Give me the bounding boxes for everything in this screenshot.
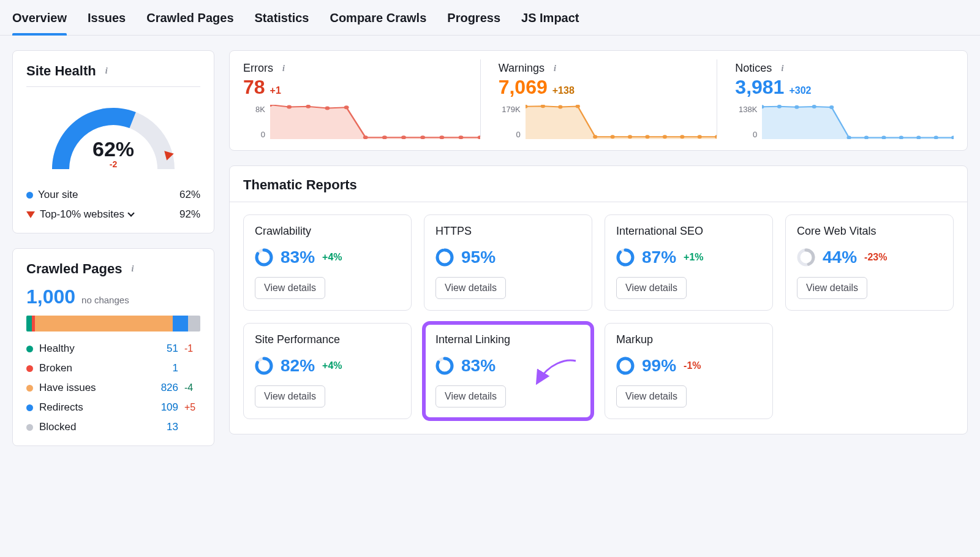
bar-segment <box>173 316 189 332</box>
metric-title: Errors i <box>243 62 480 75</box>
metric-value: 78 +1 <box>243 76 480 99</box>
metric-errors: Errors i78 +18K0 <box>243 57 480 139</box>
svg-point-30 <box>864 136 869 139</box>
donut-icon <box>797 248 815 267</box>
svg-point-34 <box>934 136 938 139</box>
donut-icon <box>616 357 635 375</box>
info-icon[interactable]: i <box>101 66 112 77</box>
svg-point-19 <box>645 135 649 138</box>
view-details-button[interactable]: View details <box>435 277 506 299</box>
site-health-gauge: 62% -2 <box>26 96 200 175</box>
svg-point-6 <box>382 135 387 139</box>
crawled-pages-card: Crawled Pages i 1,000 no changes Healthy… <box>12 248 214 446</box>
svg-point-1 <box>287 105 292 109</box>
bullet-icon <box>26 385 33 392</box>
report-title: Crawlability <box>255 225 400 238</box>
sparkline-chart <box>762 105 954 139</box>
view-details-button[interactable]: View details <box>616 277 687 299</box>
report-core-web-vitals: Core Web Vitals44% -23%View details <box>785 214 954 311</box>
report-score: 87% +1% <box>616 248 761 267</box>
svg-point-49 <box>618 358 633 373</box>
donut-icon <box>435 248 454 267</box>
svg-point-20 <box>662 135 666 138</box>
bullet-icon <box>26 192 33 199</box>
report-score: 82% +4% <box>255 356 400 376</box>
report-change: +4% <box>322 252 342 263</box>
metric-warnings: Warnings i7,069 +138179K0 <box>480 57 717 139</box>
tab-js-impact[interactable]: JS Impact <box>521 11 579 35</box>
row-delta: -1 <box>184 343 200 354</box>
svg-point-3 <box>325 107 330 110</box>
spark-axis: 8K0 <box>243 105 265 139</box>
svg-point-25 <box>777 105 782 108</box>
metric-title: Notices i <box>735 62 954 75</box>
svg-point-4 <box>344 105 349 109</box>
report-title: Core Web Vitals <box>797 225 942 238</box>
row-name: Blocked <box>39 421 149 433</box>
row-name: Broken <box>39 362 149 374</box>
metrics-card: Errors i78 +18K0Warnings i7,069 +138179K… <box>229 50 968 151</box>
crawled-pages-total-sub: no changes <box>81 295 129 305</box>
view-details-button[interactable]: View details <box>797 277 867 299</box>
report-change: +1% <box>684 252 703 263</box>
view-details-button[interactable]: View details <box>255 385 325 407</box>
crawled-pages-row[interactable]: Redirects109+5 <box>26 401 200 414</box>
crawled-pages-row[interactable]: Healthy51-1 <box>26 343 200 355</box>
tab-compare-crawls[interactable]: Compare Crawls <box>330 11 426 35</box>
info-icon[interactable]: i <box>777 63 788 74</box>
report-change: -1% <box>684 360 701 371</box>
tab-crawled-pages[interactable]: Crawled Pages <box>146 11 233 35</box>
bar-segment <box>188 316 200 332</box>
report-score: 83% +4% <box>255 248 400 267</box>
caret-down-icon <box>26 211 35 218</box>
bullet-icon <box>26 346 33 352</box>
info-icon[interactable]: i <box>127 263 138 275</box>
info-icon[interactable]: i <box>278 63 289 74</box>
report-international-seo: International SEO87% +1%View details <box>605 214 773 311</box>
bar-segment <box>35 316 172 332</box>
report-internal-linking: Internal Linking83% View details <box>424 323 592 419</box>
svg-point-14 <box>558 105 562 108</box>
report-markup: Markup99% -1%View details <box>605 323 773 419</box>
legend-label: Your site <box>38 189 175 201</box>
report-title: HTTPS <box>435 225 581 238</box>
view-details-button[interactable]: View details <box>435 385 506 407</box>
metric-value: 7,069 +138 <box>499 76 717 99</box>
info-icon[interactable]: i <box>549 63 560 74</box>
view-details-button[interactable]: View details <box>255 277 325 299</box>
svg-point-17 <box>610 135 614 138</box>
row-count: 1 <box>155 362 178 374</box>
legend-value: 92% <box>179 208 200 221</box>
svg-point-32 <box>899 136 903 139</box>
row-name: Have issues <box>39 382 149 394</box>
nav-tabs: OverviewIssuesCrawled PagesStatisticsCom… <box>0 0 980 36</box>
gauge-change: -2 <box>26 159 200 169</box>
tab-statistics[interactable]: Statistics <box>255 11 309 35</box>
crawled-pages-row[interactable]: Broken1 <box>26 362 200 374</box>
view-details-button[interactable]: View details <box>616 385 687 407</box>
svg-point-7 <box>401 135 406 139</box>
legend-top10[interactable]: Top-10% websites 92% <box>26 208 200 221</box>
report-site-performance: Site Performance82% +4%View details <box>243 323 412 419</box>
report-score: 83% <box>435 356 581 376</box>
svg-point-26 <box>795 105 799 109</box>
row-delta: -4 <box>184 382 200 393</box>
svg-point-8 <box>420 135 425 139</box>
row-count: 109 <box>155 401 178 414</box>
report-https: HTTPS95% View details <box>424 214 592 311</box>
tab-progress[interactable]: Progress <box>447 11 500 35</box>
tab-overview[interactable]: Overview <box>12 11 67 35</box>
crawled-pages-row[interactable]: Blocked13 <box>26 421 200 433</box>
crawled-pages-row[interactable]: Have issues826-4 <box>26 382 200 394</box>
donut-icon <box>435 357 454 375</box>
sparkline-chart <box>270 105 480 139</box>
row-count: 51 <box>155 343 178 355</box>
svg-point-18 <box>628 135 632 138</box>
svg-point-21 <box>680 135 684 138</box>
report-score: 44% -23% <box>797 248 942 267</box>
report-title: Site Performance <box>255 333 400 346</box>
crawled-pages-bar <box>26 316 200 332</box>
chevron-down-icon <box>127 210 134 216</box>
tab-issues[interactable]: Issues <box>88 11 126 35</box>
svg-point-28 <box>829 105 834 109</box>
